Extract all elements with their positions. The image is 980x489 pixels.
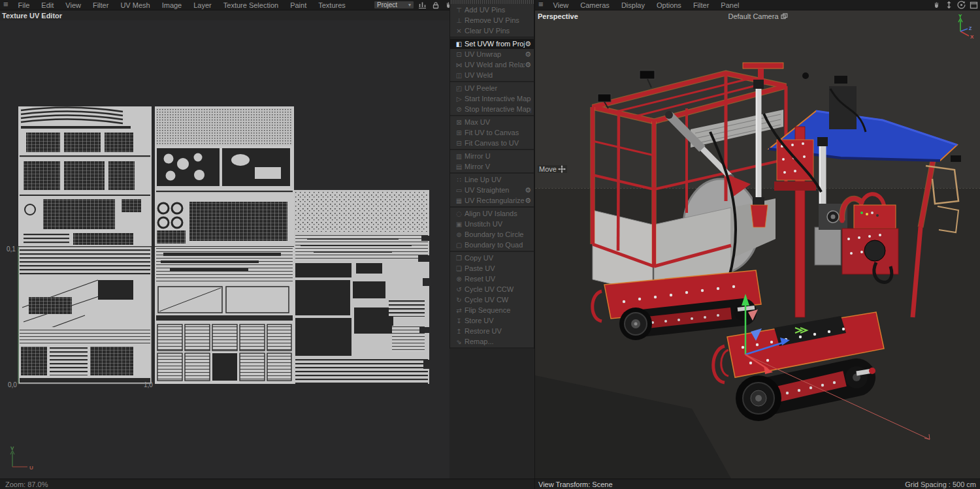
command-remap[interactable]: ⇘Remap... [450,336,534,347]
lock-icon[interactable] [431,1,440,9]
texture-uv-editor-tab[interactable]: Texture UV Editor [0,10,449,20]
uv-canvas-texture [0,20,449,479]
command-label: UV Straighten [465,186,525,194]
menu-item-options[interactable]: Options [651,1,687,9]
camera-selector[interactable]: Default Camera [535,12,980,20]
command-set-uvw-from-projection[interactable]: ◧Set UVW from Projection⚙ [450,39,534,49]
command-label: Line Up UV [465,176,531,183]
command-label: Mirror V [465,163,531,170]
menu-item-layer[interactable]: Layer [188,1,218,9]
menu-item-view[interactable]: View [59,1,87,9]
command-cycle-uv-cw[interactable]: ↻Cycle UV CW [450,294,534,305]
viewport-menus: ViewCamerasDisplayOptionsFilterPanel [547,1,745,9]
command-flip-sequence[interactable]: ⇄Flip Sequence [450,305,534,315]
menu-item-paint[interactable]: Paint [284,1,312,9]
gear-icon[interactable]: ⚙ [525,50,531,59]
command-uv-peeler[interactable]: ◰UV Peeler [450,83,534,93]
gear-icon[interactable]: ⚙ [525,40,531,48]
weld-relax-icon: ⋈ [453,61,465,69]
peeler-icon: ◰ [453,85,465,92]
dolly-icon[interactable] [944,1,954,9]
orbit-icon[interactable] [956,1,966,9]
menu-item-uv-mesh[interactable]: UV Mesh [114,1,155,9]
menu-item-edit[interactable]: Edit [35,1,59,9]
maximize-icon[interactable] [969,1,979,9]
uv-editor-menubar: ≡ FileEditViewFilterUV MeshImageLayerTex… [0,0,449,10]
command-label: Paste UV [465,264,531,272]
menu-item-cameras[interactable]: Cameras [574,1,615,9]
project-dropdown[interactable]: Project ▾ [374,1,414,9]
command-clear-uv-pins[interactable]: ✕Clear UV Pins [450,25,534,36]
command-stop-interactive-mapping[interactable]: ⊘Stop Interactive Mapping [450,104,534,114]
command-label: Boundary to Quad [465,241,531,249]
gear-icon[interactable]: ⚙ [525,61,531,69]
command-label: Copy UV [465,254,531,262]
command-store-uv[interactable]: ↧Store UV [450,315,534,326]
command-restore-uv[interactable]: ↥Restore UV [450,326,534,336]
perspective-viewport[interactable]: Perspective Default Camera Move Y X Z [534,10,980,479]
unwrap-icon: ⊡ [453,51,465,58]
command-align-uv-islands[interactable]: ◌Align UV Islands [450,208,534,219]
command-uv-rectangularize[interactable]: ▦UV Rectangularize⚙ [450,195,534,206]
command-unstitch-uv[interactable]: ▣Unstitch UV [450,219,534,229]
pin-remove-icon: ⊥ [453,17,465,24]
menu-item-filter[interactable]: Filter [87,1,114,9]
command-reset-uv[interactable]: ⊗Reset UV [450,274,534,284]
command-cycle-uv-ccw[interactable]: ↺Cycle UV CCW [450,284,534,294]
command-group: ◌Align UV Islands▣Unstitch UV⊚Boundary t… [450,208,534,252]
menu-item-display[interactable]: Display [615,1,651,9]
axis-z-label: Z [969,26,972,31]
pan-hand-icon[interactable] [932,1,941,9]
command-boundary-to-quad[interactable]: ▢Boundary to Quad [450,240,534,250]
pin-add-icon: ⊤ [453,7,465,14]
command-uv-unwrap[interactable]: ⊡UV Unwrap⚙ [450,49,534,59]
cycle-ccw-icon: ↺ [453,286,465,293]
command-max-uv[interactable]: ⊠Max UV [450,117,534,127]
command-label: Add UV Pins [465,6,531,14]
command-paste-uv[interactable]: ❏Paste UV [450,263,534,274]
mirror-u-icon: ▥ [453,153,465,160]
project-dropdown-value: Project [377,1,397,8]
menu-item-image[interactable]: Image [156,1,188,9]
command-group: ❐Copy UV❏Paste UV⊗Reset UV↺Cycle UV CCW↻… [450,252,534,349]
stop-icon: ⊘ [453,106,465,113]
axis-x-label: X [970,34,974,39]
command-uv-weld-and-relax[interactable]: ⋈UV Weld and Relax⚙ [450,59,534,70]
command-fit-uv-to-canvas[interactable]: ⊞Fit UV to Canvas [450,127,534,138]
store-icon: ↧ [453,317,465,324]
command-fit-canvas-to-uv[interactable]: ⊟Fit Canvas to UV [450,138,534,148]
menu-item-filter[interactable]: Filter [687,1,715,9]
command-remove-uv-pins[interactable]: ⊥Remove UV Pins [450,15,534,25]
command-uv-straighten[interactable]: ▭UV Straighten⚙ [450,185,534,195]
rectangularize-icon: ▦ [453,197,465,204]
uv-canvas[interactable]: 0,1 0,0 1,0 V U [0,20,449,479]
gear-icon[interactable]: ⚙ [525,186,531,195]
menu-item-file[interactable]: File [12,1,36,9]
gear-icon[interactable]: ⚙ [525,197,531,205]
command-uv-weld[interactable]: ◫UV Weld [450,70,534,80]
uv-coord-label-01: 0,1 [7,245,16,253]
menu-item-texture-selection[interactable]: Texture Selection [218,1,284,9]
command-mirror-u[interactable]: ▥Mirror U [450,151,534,161]
menu-item-view[interactable]: View [547,1,575,9]
command-add-uv-pins[interactable]: ⊤Add UV Pins [450,5,534,15]
command-label: Fit UV to Canvas [465,129,531,136]
align-islands-icon: ◌ [453,210,465,217]
command-copy-uv[interactable]: ❐Copy UV [450,253,534,263]
command-start-interactive-mapping[interactable]: ▷Start Interactive Mapping [450,93,534,104]
command-mirror-v[interactable]: ▤Mirror V [450,161,534,172]
hamburger-menu-icon[interactable]: ≡ [535,1,547,10]
command-line-up-uv[interactable]: ∷Line Up UV [450,174,534,185]
command-boundary-to-circle[interactable]: ⊚Boundary to Circle [450,229,534,240]
menu-item-textures[interactable]: Textures [312,1,351,9]
command-group: ◰UV Peeler▷Start Interactive Mapping⊘Sto… [450,82,534,116]
command-label: Remove UV Pins [465,16,531,24]
command-label: UV Weld and Relax [465,61,525,69]
hamburger-menu-icon[interactable]: ≡ [0,1,12,10]
svg-text:V: V [10,446,14,451]
command-group: ⊠Max UV⊞Fit UV to Canvas⊟Fit Canvas to U… [450,116,534,150]
axis-y-label: Y [958,13,962,19]
histogram-icon[interactable] [417,1,427,9]
machine-model[interactable] [593,63,961,421]
menu-item-panel[interactable]: Panel [715,1,745,9]
